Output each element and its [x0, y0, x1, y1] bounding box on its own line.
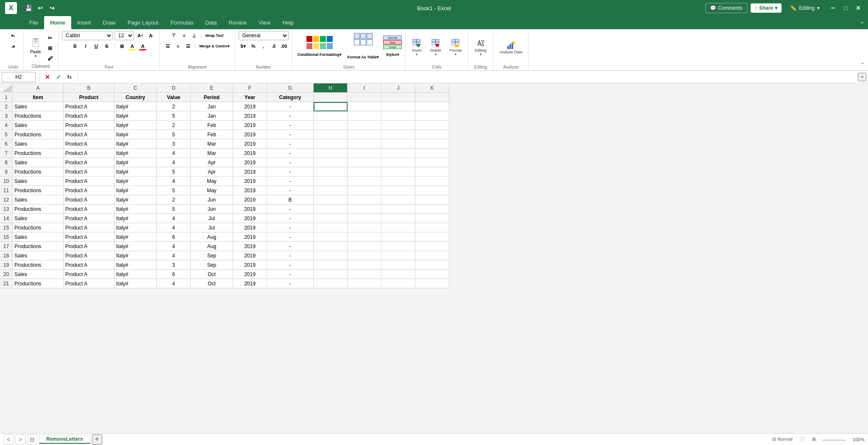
cell-J7[interactable]: [381, 149, 415, 158]
cell-A14[interactable]: Sales: [13, 214, 64, 223]
cell-K8[interactable]: [415, 158, 449, 167]
cell-A12[interactable]: Sales: [13, 195, 64, 205]
font-color-button[interactable]: A: [138, 41, 147, 51]
cell-G20[interactable]: -: [267, 270, 314, 279]
cell-H2[interactable]: [314, 102, 348, 111]
cell-J21[interactable]: [381, 279, 415, 288]
ribbon-collapse-button[interactable]: ⌃: [856, 19, 868, 29]
cut-button[interactable]: ✂: [45, 33, 55, 43]
cell-G14[interactable]: -: [267, 214, 314, 223]
row-header-16[interactable]: 16: [0, 232, 13, 242]
cell-G15[interactable]: -: [267, 223, 314, 232]
cell-B12[interactable]: Product A: [64, 195, 114, 205]
formula-expand-button[interactable]: ▾: [858, 73, 866, 81]
cancel-formula-button[interactable]: ✕: [43, 72, 52, 82]
cell-D5[interactable]: 5: [157, 130, 191, 139]
align-middle-button[interactable]: ≡: [179, 31, 189, 40]
close-button[interactable]: ✕: [854, 3, 863, 13]
cell-F20[interactable]: 2019: [233, 270, 267, 279]
tab-formulas[interactable]: Formulas: [164, 16, 199, 29]
cell-K17[interactable]: [415, 242, 449, 251]
cell-B3[interactable]: Product A: [64, 111, 114, 121]
cell-F2[interactable]: 2019: [233, 102, 267, 111]
cell-B15[interactable]: Product A: [64, 223, 114, 232]
cell-A18[interactable]: Sales: [13, 251, 64, 260]
cell-I5[interactable]: [348, 130, 381, 139]
cell-A8[interactable]: Sales: [13, 158, 64, 167]
align-left-button[interactable]: ☰: [163, 41, 172, 51]
col-header-i[interactable]: I: [348, 83, 381, 93]
row-header-9[interactable]: 9: [0, 167, 13, 177]
cell-I4[interactable]: [348, 121, 381, 130]
cell-J18[interactable]: [381, 251, 415, 260]
cell-E11[interactable]: May: [191, 186, 233, 195]
cell-E19[interactable]: Sep: [191, 260, 233, 270]
cell-B9[interactable]: Product A: [64, 167, 114, 177]
cell-A20[interactable]: Sales: [13, 270, 64, 279]
cell-A16[interactable]: Sales: [13, 232, 64, 242]
cell-E13[interactable]: Jun: [191, 205, 233, 214]
cell-C18[interactable]: Italy#: [114, 251, 157, 260]
cell-G11[interactable]: -: [267, 186, 314, 195]
cell-F7[interactable]: 2019: [233, 149, 267, 158]
tab-home[interactable]: Home: [44, 16, 71, 29]
row-header-15[interactable]: 15: [0, 223, 13, 232]
cell-H20[interactable]: [314, 270, 348, 279]
cell-B8[interactable]: Product A: [64, 158, 114, 167]
cell-E7[interactable]: Mar: [191, 149, 233, 158]
next-sheet-button[interactable]: >: [15, 434, 25, 445]
cell-I9[interactable]: [348, 167, 381, 177]
cell-H15[interactable]: [314, 223, 348, 232]
redo-button[interactable]: [7, 42, 19, 52]
cell-J2[interactable]: [381, 102, 415, 111]
cell-D12[interactable]: 2: [157, 195, 191, 205]
cell-B14[interactable]: Product A: [64, 214, 114, 223]
cell-D9[interactable]: 5: [157, 167, 191, 177]
tab-file[interactable]: File: [23, 16, 44, 29]
cell-D20[interactable]: 6: [157, 270, 191, 279]
row-header-10[interactable]: 10: [0, 177, 13, 186]
cell-A21[interactable]: Productions: [13, 279, 64, 288]
cell-I2[interactable]: [348, 102, 381, 111]
cell-B7[interactable]: Product A: [64, 149, 114, 158]
cell-A15[interactable]: Productions: [13, 223, 64, 232]
cell-F9[interactable]: 2019: [233, 167, 267, 177]
cell-D6[interactable]: 3: [157, 139, 191, 149]
tab-view[interactable]: View: [253, 16, 276, 29]
cell-I16[interactable]: [348, 232, 381, 242]
cell-D2[interactable]: 2: [157, 102, 191, 111]
cell-A4[interactable]: Sales: [13, 121, 64, 130]
comments-button[interactable]: 💬 Comments: [705, 3, 747, 13]
delete-cells-button[interactable]: - Delete ▾: [427, 36, 444, 58]
undo-top-button[interactable]: ↩: [36, 3, 45, 13]
cell-J16[interactable]: [381, 232, 415, 242]
cell-K4[interactable]: [415, 121, 449, 130]
tab-review[interactable]: Review: [223, 16, 253, 29]
cell-G2[interactable]: -: [267, 102, 314, 111]
cell-D11[interactable]: 5: [157, 186, 191, 195]
redo-top-button[interactable]: ↪: [47, 3, 57, 13]
cell-J12[interactable]: [381, 195, 415, 205]
cell-E12[interactable]: Jun: [191, 195, 233, 205]
cell-C19[interactable]: Italy#: [114, 260, 157, 270]
cell-H1[interactable]: [314, 93, 348, 102]
cell-D7[interactable]: 4: [157, 149, 191, 158]
cell-K6[interactable]: [415, 139, 449, 149]
cell-F3[interactable]: 2019: [233, 111, 267, 121]
cell-J13[interactable]: [381, 205, 415, 214]
row-header-3[interactable]: 3: [0, 111, 13, 121]
cell-D13[interactable]: 5: [157, 205, 191, 214]
cell-D1[interactable]: Value: [157, 93, 191, 102]
cell-C4[interactable]: Italy#: [114, 121, 157, 130]
increase-font-button[interactable]: A+: [136, 31, 145, 40]
cell-F17[interactable]: 2019: [233, 242, 267, 251]
cell-H9[interactable]: [314, 167, 348, 177]
cell-C8[interactable]: Italy#: [114, 158, 157, 167]
col-header-k[interactable]: K: [415, 83, 449, 93]
cell-D8[interactable]: 4: [157, 158, 191, 167]
align-right-button[interactable]: ☰: [184, 41, 193, 51]
cell-C16[interactable]: Italy#: [114, 232, 157, 242]
cell-B5[interactable]: Product A: [64, 130, 114, 139]
cell-J17[interactable]: [381, 242, 415, 251]
cell-A19[interactable]: Productions: [13, 260, 64, 270]
